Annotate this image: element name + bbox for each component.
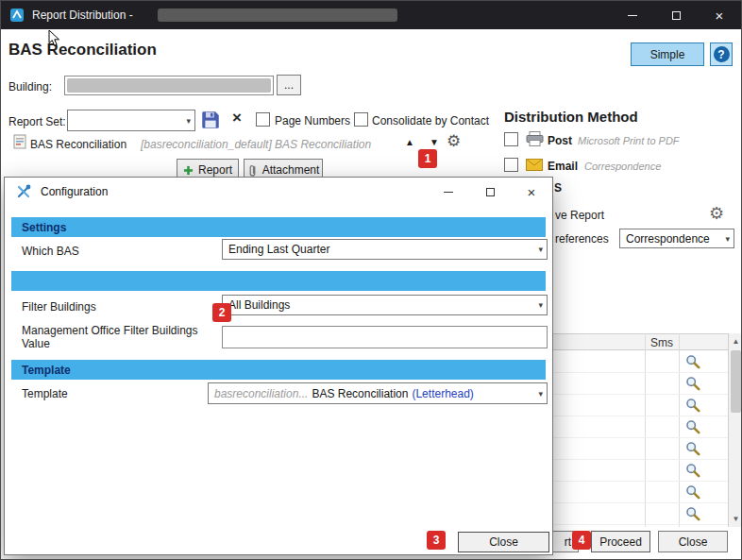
sms-column-header: Sms <box>650 336 673 349</box>
template-value-prefix: basreconciliation... <box>214 387 308 400</box>
search-icon[interactable] <box>685 376 700 391</box>
save-report-gear-icon[interactable]: ⚙ <box>709 205 724 222</box>
report-set-label: Report Set: <box>8 115 66 128</box>
redacted-title-text <box>158 8 397 22</box>
mgmt-office-label-line2: Value <box>22 337 50 350</box>
mouse-cursor <box>48 29 60 50</box>
annotation-badge-1: 1 <box>418 149 437 168</box>
minimize-button[interactable] <box>611 1 654 29</box>
help-icon: ? <box>714 46 730 62</box>
email-checkbox[interactable] <box>504 158 518 172</box>
search-icon[interactable] <box>685 354 700 369</box>
mgmt-office-filter-input[interactable] <box>222 326 548 348</box>
chevron-down-icon: ▾ <box>538 300 543 310</box>
move-down-icon[interactable]: ▼ <box>430 137 439 147</box>
dialog-close-x-button[interactable]: × <box>511 178 552 206</box>
maximize-button[interactable] <box>654 1 698 29</box>
preferences-select[interactable]: Correspondence ▾ <box>619 229 734 248</box>
post-checkbox[interactable] <box>504 132 518 146</box>
search-icon[interactable] <box>685 463 700 478</box>
which-bas-select[interactable]: Ending Last Quarter ▾ <box>222 239 548 260</box>
attachment-label: Attachment <box>262 163 320 177</box>
dialog-maximize-button[interactable] <box>469 178 511 206</box>
page-numbers-label: Page Numbers <box>275 114 350 127</box>
move-up-icon[interactable]: ▲ <box>405 137 414 147</box>
maximize-icon <box>486 188 495 196</box>
template-label: Template <box>22 387 68 400</box>
building-field[interactable] <box>64 76 274 95</box>
filter-buildings-label: Filter Buildings <box>22 300 96 314</box>
filter-buildings-value: All Buildings <box>228 298 290 312</box>
x-icon: × <box>232 109 242 127</box>
close-icon: × <box>528 185 536 199</box>
minimize-icon <box>628 15 637 16</box>
proceed-button[interactable]: Proceed <box>591 531 650 552</box>
template-select[interactable]: basreconciliation... BAS Reconciliation … <box>208 382 548 404</box>
printer-icon <box>526 131 544 149</box>
preferences-select-value: Correspondence <box>626 232 710 246</box>
annotation-badge-2: 2 <box>212 303 231 322</box>
annotation-badge-3: 3 <box>427 531 446 550</box>
configuration-dialog: Configuration × Settings Which BAS Endin… <box>4 177 553 555</box>
email-label: Email <box>548 160 578 173</box>
chevron-down-icon: ▾ <box>538 389 543 399</box>
search-icon[interactable] <box>685 441 700 456</box>
window-controls: × <box>611 1 741 29</box>
paperclip-icon <box>247 163 258 178</box>
report-set-select[interactable]: ▾ <box>67 110 195 131</box>
search-icon[interactable] <box>685 419 700 434</box>
clear-report-set-button[interactable]: × <box>232 109 242 127</box>
building-browse-button[interactable]: ... <box>277 75 301 95</box>
which-bas-value: Ending Last Quarter <box>228 243 329 256</box>
save-report-set-button[interactable] <box>201 110 220 132</box>
scroll-up-icon[interactable]: ▲ <box>729 334 742 348</box>
grid-scrollbar[interactable]: ▲ ▼ <box>728 333 742 527</box>
dialog-title: Configuration <box>41 185 108 198</box>
report-item-detail: [basreconciliation_default] BAS Reconcil… <box>141 138 371 151</box>
email-detail: Correspondence <box>584 161 661 172</box>
sms-label-partial: S <box>554 181 562 195</box>
scroll-down-icon[interactable]: ▼ <box>729 512 742 526</box>
save-disk-icon <box>201 110 220 129</box>
chevron-down-icon: ▾ <box>186 116 191 126</box>
close-button[interactable]: × <box>698 1 741 29</box>
plus-icon <box>183 165 194 176</box>
search-icon[interactable] <box>685 506 700 521</box>
template-value-name: BAS Reconciliation <box>312 387 408 400</box>
main-close-button[interactable]: Close <box>658 531 728 552</box>
window-title: Report Distribution - <box>32 8 133 22</box>
simple-button[interactable]: Simple <box>631 42 704 66</box>
help-button[interactable]: ? <box>710 42 733 66</box>
search-icon[interactable] <box>685 398 700 413</box>
chevron-down-icon: ▾ <box>538 245 543 254</box>
page-numbers-checkbox[interactable] <box>256 112 270 127</box>
add-report-label: Report <box>198 163 232 177</box>
report-gear-icon[interactable]: ⚙ <box>447 133 461 149</box>
consolidate-checkbox[interactable] <box>354 112 368 127</box>
wrench-icon <box>16 184 33 199</box>
filter-buildings-select[interactable]: All Buildings ▾ <box>222 295 548 315</box>
search-icon[interactable] <box>685 484 700 500</box>
report-distribution-window: Report Distribution - × BAS Reconciliati… <box>0 0 742 560</box>
scrollbar-thumb[interactable] <box>731 350 741 413</box>
consolidate-label: Consolidate by Contact <box>372 114 489 127</box>
report-item-name: BAS Reconciliation <box>30 138 126 151</box>
mgmt-office-label-line1: Management Office Filter Buildings <box>22 324 198 337</box>
dialog-controls: × <box>428 178 552 206</box>
dialog-close-button[interactable]: Close <box>458 532 549 552</box>
settings-section-header: Settings <box>11 217 546 237</box>
email-envelope-icon <box>526 159 543 174</box>
close-icon: × <box>716 8 724 23</box>
post-label: Post <box>548 134 572 147</box>
redacted-building-value <box>67 78 271 93</box>
save-report-label-partial: ve Report <box>555 209 604 222</box>
annotation-badge-4: 4 <box>572 531 591 550</box>
distribution-method-heading: Distribution Method <box>504 109 638 125</box>
chevron-down-icon: ▾ <box>725 234 730 244</box>
preferences-label-partial: references <box>555 232 609 246</box>
template-value-suffix: (Letterhead) <box>412 387 473 400</box>
dialog-titlebar: Configuration × <box>5 178 552 206</box>
minimize-icon <box>444 192 453 193</box>
page-title: BAS Reconciliation <box>8 41 157 59</box>
dialog-minimize-button[interactable] <box>428 178 469 206</box>
